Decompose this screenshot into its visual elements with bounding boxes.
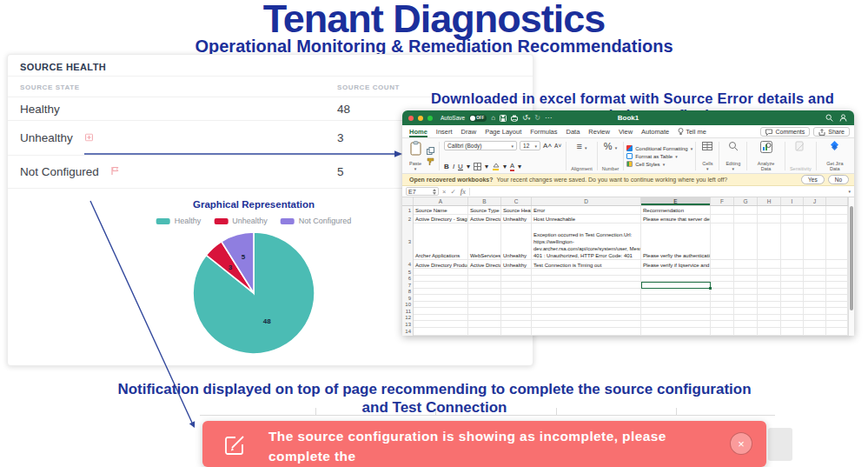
sheet-cell[interactable]: Host Unreachable <box>532 215 641 223</box>
sheet-cell[interactable] <box>468 328 501 337</box>
sheet-cell[interactable] <box>532 321 641 328</box>
sheet-cell[interactable] <box>734 321 758 328</box>
sheet-cell[interactable] <box>758 260 781 270</box>
sheet-cell[interactable] <box>501 269 532 276</box>
selection-handle[interactable] <box>709 287 712 290</box>
sheet-cell[interactable] <box>758 295 781 302</box>
sheet-cell[interactable]: Source Health <box>501 206 532 215</box>
font-name-select[interactable]: Calibri (Body)▾ <box>444 141 517 150</box>
sheet-cell[interactable] <box>501 302 532 309</box>
sheet-cell[interactable] <box>781 295 804 302</box>
sheet-cell[interactable] <box>734 215 758 223</box>
tell-me-button[interactable]: Tell me <box>678 128 706 136</box>
sheet-cell[interactable] <box>781 269 804 276</box>
sheet-cell[interactable] <box>804 308 826 315</box>
sheet-cell[interactable]: Unhealthy <box>501 260 532 270</box>
sheet-cell[interactable] <box>711 321 734 328</box>
sheet-cell[interactable] <box>734 328 758 337</box>
italic-button[interactable]: I <box>453 163 454 170</box>
sheet-cell[interactable] <box>804 206 826 215</box>
font-size-select[interactable]: 12▾ <box>520 141 540 150</box>
sheet-cell[interactable] <box>532 302 641 309</box>
sheet-cell[interactable] <box>641 308 711 315</box>
sheet-cell[interactable] <box>641 269 711 276</box>
sheet-cell[interactable] <box>414 295 468 302</box>
sheet-cell[interactable] <box>414 269 468 276</box>
row-number[interactable]: 10 <box>402 302 414 309</box>
sheet-cell[interactable] <box>641 302 711 309</box>
user-icon[interactable] <box>839 114 847 122</box>
sheet-cell[interactable] <box>758 269 781 276</box>
conditional-formatting-button[interactable]: Conditional Formatting▾ <box>626 145 692 151</box>
sheet-cell[interactable] <box>758 315 781 322</box>
sheet-cell[interactable] <box>641 315 711 322</box>
sheet-cell[interactable] <box>532 328 641 337</box>
analyze-data-button[interactable]: Analyze Data <box>750 140 782 172</box>
sheet-cell[interactable]: Exception occurred in Test Connection.Ur… <box>532 223 641 260</box>
sheet-cell[interactable] <box>781 276 804 283</box>
row-number[interactable]: 8 <box>402 289 414 296</box>
fill-color-icon[interactable] <box>492 163 500 170</box>
sheet-cell[interactable] <box>781 289 804 296</box>
font-color-icon[interactable]: A <box>510 162 514 171</box>
sheet-cell[interactable] <box>711 308 734 315</box>
column-header-F[interactable]: F <box>711 197 734 205</box>
sheet-cell[interactable]: Please verfiy the authentication details… <box>641 223 711 260</box>
sheet-cell[interactable]: Source Type <box>468 206 501 215</box>
sheet-cell[interactable]: Error <box>532 206 641 215</box>
sheet-cell[interactable] <box>711 302 734 309</box>
row-number[interactable]: 3 <box>402 223 414 260</box>
column-header-partial[interactable] <box>826 197 848 205</box>
sheet-cell[interactable] <box>734 269 758 276</box>
sheet-cell[interactable]: Active Directory Production <box>414 260 468 270</box>
underline-button[interactable]: U <box>458 163 463 170</box>
sheet-cell[interactable] <box>781 282 804 289</box>
sheet-cell[interactable] <box>734 302 758 309</box>
sheet-cell[interactable] <box>804 321 826 328</box>
sheet-cell[interactable]: Active Directory - Staging <box>414 215 468 223</box>
sheet-cell[interactable] <box>641 295 711 302</box>
column-header-J[interactable]: J <box>804 197 826 205</box>
sheet-cell[interactable] <box>781 223 804 260</box>
sheet-cell[interactable]: Test Connection is Timing out <box>532 260 641 270</box>
sheet-cell[interactable] <box>711 315 734 322</box>
close-window-button[interactable] <box>408 116 414 121</box>
sheet-cell[interactable] <box>501 295 532 302</box>
editing-group[interactable]: Editing ▾ <box>722 140 744 172</box>
scrollbar-thumb[interactable] <box>850 206 853 310</box>
sheet-cell[interactable] <box>804 302 826 309</box>
sheet-cell[interactable] <box>758 206 781 215</box>
sheet-cell[interactable] <box>468 276 501 283</box>
sheet-cell[interactable] <box>781 302 804 309</box>
sheet-cell[interactable] <box>414 328 468 337</box>
sheet-cell[interactable] <box>826 282 848 289</box>
sheet-cell[interactable] <box>804 276 826 283</box>
sheet-cell[interactable] <box>501 276 532 283</box>
sheet-cell[interactable] <box>414 282 468 289</box>
sheet-cell[interactable] <box>781 328 804 337</box>
comments-button[interactable]: Comments <box>760 127 810 137</box>
formula-bar-expand[interactable]: ▾ <box>848 189 851 194</box>
grow-font-button[interactable]: A˄ <box>543 142 552 150</box>
sheet-cell[interactable]: Unhealthy <box>501 215 532 223</box>
sheet-cell[interactable] <box>758 289 781 296</box>
sheet-cell[interactable] <box>641 289 711 296</box>
copy-icon[interactable] <box>427 147 434 155</box>
name-box-stepper[interactable] <box>433 189 436 195</box>
clipboard-extra[interactable] <box>425 140 436 172</box>
sheet-cell[interactable] <box>414 308 468 315</box>
sheet-cell[interactable]: WebServices <box>468 223 501 260</box>
column-header-D[interactable]: D <box>532 197 641 205</box>
column-header-C[interactable]: C <box>501 197 532 205</box>
sheet-cell[interactable] <box>826 260 848 270</box>
recovery-yes-button[interactable]: Yes <box>801 175 825 184</box>
sheet-cell[interactable] <box>468 308 501 315</box>
sheet-cell[interactable]: Source Name <box>414 206 468 215</box>
menu-tab-insert[interactable]: Insert <box>436 128 453 136</box>
cancel-entry-icon[interactable]: × <box>442 188 446 196</box>
sheet-cell[interactable] <box>734 295 758 302</box>
get-jira-data-button[interactable]: Get Jira Data <box>819 140 851 172</box>
sheet-cell[interactable] <box>734 315 758 322</box>
sheet-cell[interactable] <box>641 321 711 328</box>
column-header-A[interactable]: A <box>414 197 468 205</box>
